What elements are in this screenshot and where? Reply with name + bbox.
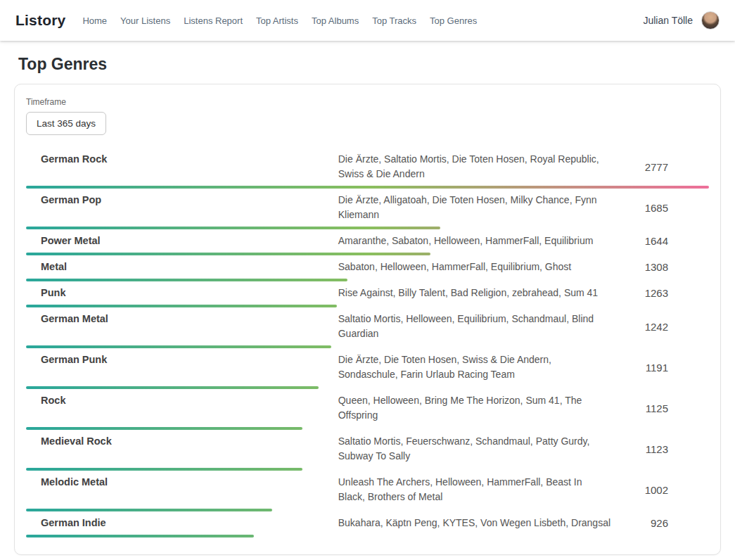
genre-bar-fill [26,186,709,189]
genre-bar-track [26,186,709,189]
genre-bar-fill [26,535,254,537]
genre-row-main: Power MetalAmaranthe, Sabaton, Helloween… [26,234,709,248]
genre-row: Melodic MetalUnleash The Archers, Hellow… [26,475,709,511]
genre-name-label: German Punk [26,352,338,367]
genre-count-value: 926 [611,517,709,529]
genre-bar-gradient [26,427,302,430]
genre-count-value: 2777 [611,161,709,173]
genre-bar-track [26,279,709,281]
nav-item-top-artists[interactable]: Top Artists [256,15,298,26]
genre-artists-label: Die Ärzte, Saltatio Mortis, Die Toten Ho… [338,152,611,182]
genre-artists-label: Amaranthe, Sabaton, Helloween, HammerFal… [338,234,611,248]
nav-item-your-listens[interactable]: Your Listens [120,15,170,26]
genre-count-value: 1125 [611,402,709,414]
genre-count-value: 1263 [611,287,709,299]
genre-count-value: 1002 [611,484,709,496]
genre-bar-track [26,227,709,229]
nav-item-home[interactable]: Home [82,15,107,26]
genre-row-main: RockQueen, Helloween, Bring Me The Horiz… [26,393,709,423]
genre-count-value: 1242 [611,321,709,333]
genre-bar-fill [26,427,302,430]
genre-name-label: German Metal [26,312,338,326]
genre-bar-fill [26,305,337,307]
genre-row-main: PunkRise Against, Billy Talent, Bad Reli… [26,286,709,300]
genre-row: German PopDie Ärzte, Alligatoah, Die Tot… [26,193,709,229]
genre-row: German IndieBukahara, Käptn Peng, KYTES,… [26,516,709,537]
genre-row: MetalSabaton, Helloween, HammerFall, Equ… [26,260,709,281]
timeframe-label: Timeframe [26,97,709,107]
genre-row: German RockDie Ärzte, Saltatio Mortis, D… [26,152,709,189]
genre-row-main: German PunkDie Ärzte, Die Toten Hosen, S… [26,352,709,382]
user-avatar[interactable] [701,11,720,30]
genre-bar-gradient [26,305,337,307]
genre-bar-fill [26,227,440,229]
genre-name-label: Power Metal [26,234,338,248]
nav-item-top-albums[interactable]: Top Albums [312,15,359,26]
genre-row: PunkRise Against, Billy Talent, Bad Reli… [26,286,709,307]
genre-artists-label: Bukahara, Käptn Peng, KYTES, Von Wegen L… [338,516,611,530]
genre-bar-track [26,386,709,389]
top-genres-card: Timeframe Last 365 days German RockDie Ä… [14,84,721,555]
page-title: Top Genres [18,55,735,74]
genre-bar-gradient [26,345,331,348]
genre-count-value: 1123 [611,443,709,455]
genre-bar-track [26,468,709,471]
genre-artists-label: Die Ärzte, Alligatoah, Die Toten Hosen, … [338,193,611,222]
genre-row-main: Melodic MetalUnleash The Archers, Hellow… [26,475,709,504]
genre-artists-label: Rise Against, Billy Talent, Bad Religion… [338,286,611,300]
genre-rows: German RockDie Ärzte, Saltatio Mortis, D… [26,152,709,537]
genre-bar-gradient [26,509,272,511]
genre-bar-gradient [26,186,709,189]
genre-row: German PunkDie Ärzte, Die Toten Hosen, S… [26,352,709,389]
nav-item-top-genres[interactable]: Top Genres [430,15,477,26]
genre-row-main: German IndieBukahara, Käptn Peng, KYTES,… [26,516,709,530]
genre-count-value: 1191 [611,362,709,374]
genre-row: Power MetalAmaranthe, Sabaton, Helloween… [26,234,709,255]
app-logo[interactable]: Listory [15,12,65,29]
genre-row-main: German MetalSaltatio Mortis, Helloween, … [26,312,709,341]
genre-bar-track [26,345,709,348]
nav-item-top-tracks[interactable]: Top Tracks [372,15,416,26]
genre-name-label: German Rock [26,152,338,166]
genre-artists-label: Die Ärzte, Die Toten Hosen, Swiss & Die … [338,352,611,382]
nav-links: HomeYour ListensListens ReportTop Artist… [82,15,643,26]
user-name[interactable]: Julian Tölle [643,15,693,26]
genre-count-value: 1644 [611,235,709,247]
genre-bar-track [26,535,709,537]
genre-artists-label: Saltatio Mortis, Helloween, Equilibrium,… [338,312,611,341]
genre-row-main: German RockDie Ärzte, Saltatio Mortis, D… [26,152,709,182]
genre-name-label: Metal [26,260,338,274]
genre-bar-gradient [26,535,254,537]
genre-bar-gradient [26,253,430,255]
timeframe-select[interactable]: Last 365 days [26,112,106,135]
genre-bar-fill [26,386,319,389]
genre-bar-fill [26,253,430,255]
genre-row: Medieval RockSaltatio Mortis, Feuerschwa… [26,434,709,471]
genre-row: German MetalSaltatio Mortis, Helloween, … [26,312,709,348]
genre-bar-track [26,305,709,307]
genre-row-main: MetalSabaton, Helloween, HammerFall, Equ… [26,260,709,274]
genre-count-value: 1308 [611,261,709,273]
genre-bar-fill [26,468,302,471]
genre-name-label: German Indie [26,516,338,530]
genre-row: RockQueen, Helloween, Bring Me The Horiz… [26,393,709,430]
genre-artists-label: Queen, Helloween, Bring Me The Horizon, … [338,393,611,423]
genre-name-label: Melodic Metal [26,475,338,489]
genre-bar-track [26,427,709,430]
genre-bar-gradient [26,386,319,389]
genre-bar-fill [26,345,331,348]
genre-bar-fill [26,279,347,281]
genre-artists-label: Unleash The Archers, Helloween, HammerFa… [338,475,611,504]
genre-bar-fill [26,509,272,511]
genre-row-main: German PopDie Ärzte, Alligatoah, Die Tot… [26,193,709,222]
genre-artists-label: Saltatio Mortis, Feuerschwanz, Schandmau… [338,434,611,464]
nav-item-listens-report[interactable]: Listens Report [184,15,243,26]
genre-artists-label: Sabaton, Helloween, HammerFall, Equilibr… [338,260,611,274]
genre-name-label: Punk [26,286,338,300]
genre-name-label: Rock [26,393,338,407]
genre-bar-gradient [26,227,440,229]
genre-bar-gradient [26,279,347,281]
top-navbar: Listory HomeYour ListensListens ReportTo… [0,0,735,41]
genre-name-label: German Pop [26,193,338,207]
genre-bar-track [26,509,709,511]
